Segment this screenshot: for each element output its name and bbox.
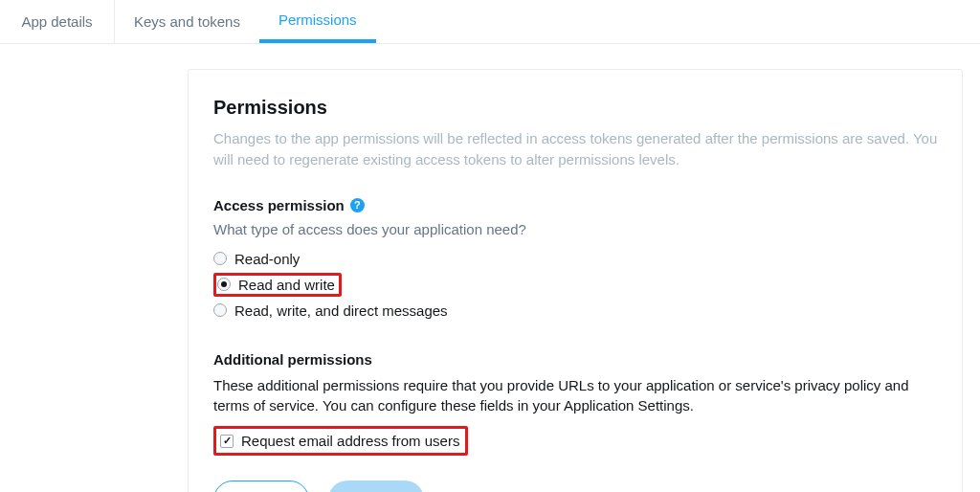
tab-label: Permissions bbox=[278, 11, 357, 28]
additional-heading: Additional permissions bbox=[213, 351, 939, 368]
radio-icon bbox=[213, 303, 227, 317]
tab-app-details[interactable]: App details bbox=[0, 0, 115, 43]
tab-label: Keys and tokens bbox=[134, 13, 240, 30]
checkbox-icon[interactable] bbox=[220, 435, 234, 448]
additional-description: These additional permissions require tha… bbox=[213, 375, 939, 417]
action-buttons: Cancel Save bbox=[213, 481, 939, 492]
tab-keys-tokens[interactable]: Keys and tokens bbox=[115, 0, 259, 43]
tabs-bar: App details Keys and tokens Permissions bbox=[0, 0, 980, 44]
permissions-panel: Permissions Changes to the app permissio… bbox=[188, 69, 963, 492]
access-option-read-write-highlight: Read and write bbox=[213, 273, 342, 297]
access-heading-row: Access permission ? bbox=[213, 197, 939, 213]
page-description: Changes to the app permissions will be r… bbox=[213, 128, 939, 170]
radio-icon bbox=[217, 278, 231, 291]
checkbox-label: Request email address from users bbox=[241, 433, 459, 449]
access-option-read-write[interactable]: Read and write bbox=[217, 277, 335, 293]
tab-label: App details bbox=[21, 13, 92, 30]
save-button[interactable]: Save bbox=[328, 481, 424, 492]
page-title: Permissions bbox=[213, 97, 939, 119]
access-option-read-only[interactable]: Read-only bbox=[213, 247, 939, 271]
radio-icon bbox=[213, 252, 227, 265]
access-option-read-write-dm[interactable]: Read, write, and direct messages bbox=[213, 299, 939, 323]
help-icon[interactable]: ? bbox=[350, 198, 365, 212]
access-question: What type of access does your applicatio… bbox=[213, 221, 939, 237]
option-label: Read and write bbox=[238, 277, 335, 293]
access-heading: Access permission bbox=[213, 197, 345, 213]
tab-permissions[interactable]: Permissions bbox=[259, 0, 376, 43]
request-email-highlight: Request email address from users bbox=[213, 426, 468, 456]
option-label: Read-only bbox=[234, 251, 300, 267]
cancel-button[interactable]: Cancel bbox=[213, 481, 309, 492]
additional-permissions-group: Additional permissions These additional … bbox=[213, 351, 939, 457]
option-label: Read, write, and direct messages bbox=[234, 302, 448, 319]
access-permission-group: Access permission ? What type of access … bbox=[213, 197, 939, 323]
